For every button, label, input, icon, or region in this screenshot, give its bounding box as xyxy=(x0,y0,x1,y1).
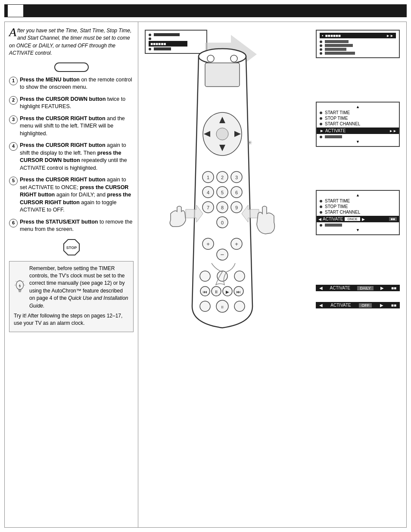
step-3: 3 Press the CURSOR RIGHT button and the … xyxy=(9,115,134,138)
svg-text:✳: ✳ xyxy=(247,139,252,146)
screen6-bar: ◀ACTIVATEOFF▶■■ xyxy=(316,302,400,308)
right-hand-indicator xyxy=(250,203,276,239)
svg-text:0: 0 xyxy=(221,220,224,225)
intro-text: After you have set the Time, Start Time,… xyxy=(9,27,134,57)
svg-text:+: + xyxy=(206,241,210,247)
screen1-item3: ■■■■■■ xyxy=(149,40,203,47)
screen-3: ▲ START TIME STOP TIME START CHANNEL ►AC… xyxy=(316,102,400,147)
step-6-text: Press the STATUS/EXIT button to remove t… xyxy=(20,218,134,233)
step-6-number: 6 xyxy=(9,219,18,227)
step-6: 6 Press the STATUS/EXIT button to remove… xyxy=(9,218,134,233)
screen-5: ◀ACTIVATEDAILY▶■■ xyxy=(316,285,400,291)
screen4-up-arrow: ▲ xyxy=(320,193,396,197)
tip-header: Remember, before setting the TIMER contr… xyxy=(14,265,129,310)
svg-text:3: 3 xyxy=(235,175,238,180)
page-number-box xyxy=(8,5,23,17)
svg-point-11 xyxy=(199,49,246,64)
right-panel: ■■■■■■ ▪■■■■■■ ►► ▲ START TIME STOP TIM xyxy=(138,22,406,527)
svg-text:⏸: ⏸ xyxy=(214,289,218,294)
step-5: 5 Press the CURSOR RIGHT button again to… xyxy=(9,176,134,214)
step-4-text: Press the CURSOR RIGHT button again to s… xyxy=(20,142,134,172)
svg-point-20 xyxy=(216,128,228,140)
svg-point-58 xyxy=(200,301,210,311)
screen-4: ▲ START TIME STOP TIME START CHANNEL ◀AC… xyxy=(316,190,400,235)
screen4-down-arrow: ▼ xyxy=(320,228,396,232)
screen1-item1 xyxy=(149,33,203,37)
drop-cap: A xyxy=(9,27,16,37)
stop-icon: STOP xyxy=(62,238,81,257)
screen2-highlight: ▪■■■■■■ ►► xyxy=(320,33,396,38)
lightbulb-icon xyxy=(14,280,26,295)
left-panel: After you have set the Time, Start Time,… xyxy=(5,22,138,527)
svg-text:⏭: ⏭ xyxy=(237,289,241,294)
svg-text:7: 7 xyxy=(207,205,209,210)
screen3-down-arrow: ▼ xyxy=(320,140,396,144)
screen3-item5 xyxy=(320,135,396,139)
svg-text:STOP: STOP xyxy=(66,246,76,250)
step-5-text: Press the CURSOR RIGHT button again to s… xyxy=(20,176,134,214)
svg-text:5: 5 xyxy=(221,190,224,195)
svg-point-61 xyxy=(234,301,245,311)
screen-6: ◀ACTIVATEOFF▶■■ xyxy=(316,302,400,308)
step-5-number: 5 xyxy=(9,177,18,185)
screen3-item2: STOP TIME xyxy=(320,115,396,121)
svg-text:⏮: ⏮ xyxy=(203,289,207,294)
step-3-number: 3 xyxy=(9,115,18,124)
screen4-highlighted: ◀ACTIVATEONCE▶■■ xyxy=(317,216,399,222)
menu-button-illustration xyxy=(54,62,89,72)
svg-text:8: 8 xyxy=(221,205,224,210)
step-2: 2 Press the CURSOR DOWN button twice to … xyxy=(9,96,134,111)
screen3-highlighted: ►ACTIVATE►► xyxy=(317,128,399,134)
step-4: 4 Press the CURSOR RIGHT button again to… xyxy=(9,142,134,172)
svg-text:+: + xyxy=(235,241,238,247)
svg-text:6: 6 xyxy=(235,190,238,195)
screen4-item3: START CHANNEL xyxy=(320,209,396,215)
step-2-number: 2 xyxy=(9,96,18,105)
header-bar xyxy=(4,4,407,17)
screen2-item2 xyxy=(320,44,396,47)
svg-point-49 xyxy=(234,271,245,281)
tip-text-2: Try it! After following the steps on pag… xyxy=(14,312,129,327)
screen-2: ▪■■■■■■ ►► xyxy=(316,30,400,58)
svg-point-47 xyxy=(200,271,210,281)
screen2-item4 xyxy=(320,51,396,55)
screen3-up-arrow: ▲ xyxy=(320,105,396,109)
intro-body: fter you have set the Time, Start Time, … xyxy=(9,28,131,56)
screen5-bar: ◀ACTIVATEDAILY▶■■ xyxy=(316,285,400,291)
step-1-number: 1 xyxy=(9,77,18,85)
screen1-item2 xyxy=(149,37,203,40)
main-content: After you have set the Time, Start Time,… xyxy=(4,22,407,528)
step-3-text: Press the CURSOR RIGHT button and the me… xyxy=(20,115,134,138)
step-4-number: 4 xyxy=(9,142,18,151)
svg-rect-12 xyxy=(205,63,240,87)
svg-line-8 xyxy=(23,281,24,282)
screen3-item1: START TIME xyxy=(320,110,396,115)
svg-text:1: 1 xyxy=(207,175,209,180)
tip-box: Remember, before setting the TIMER contr… xyxy=(9,261,134,332)
svg-line-7 xyxy=(16,281,17,282)
screen4-item2: STOP TIME xyxy=(320,204,396,209)
screen2-item1 xyxy=(320,40,396,44)
screen4-item1: START TIME xyxy=(320,198,396,204)
screen4-item5 xyxy=(320,223,396,227)
svg-text:4: 4 xyxy=(207,190,209,195)
svg-text:−: − xyxy=(221,251,224,258)
step-1: 1 Press the MENU button on the remote co… xyxy=(9,76,134,91)
screen3-item3: START CHANNEL xyxy=(320,121,396,127)
step-1-text: Press the MENU button on the remote cont… xyxy=(20,76,134,91)
tip-text-1: Remember, before setting the TIMER contr… xyxy=(29,265,129,310)
svg-text:II: II xyxy=(221,305,223,309)
left-hand-indicator xyxy=(168,203,190,230)
svg-text:9: 9 xyxy=(235,205,238,210)
screen2-item3 xyxy=(320,47,396,51)
stop-icon-container: STOP xyxy=(9,238,134,257)
svg-text:▶: ▶ xyxy=(226,289,229,294)
svg-text:2: 2 xyxy=(221,175,224,180)
step-2-text: Press the CURSOR DOWN button twice to hi… xyxy=(20,96,134,111)
